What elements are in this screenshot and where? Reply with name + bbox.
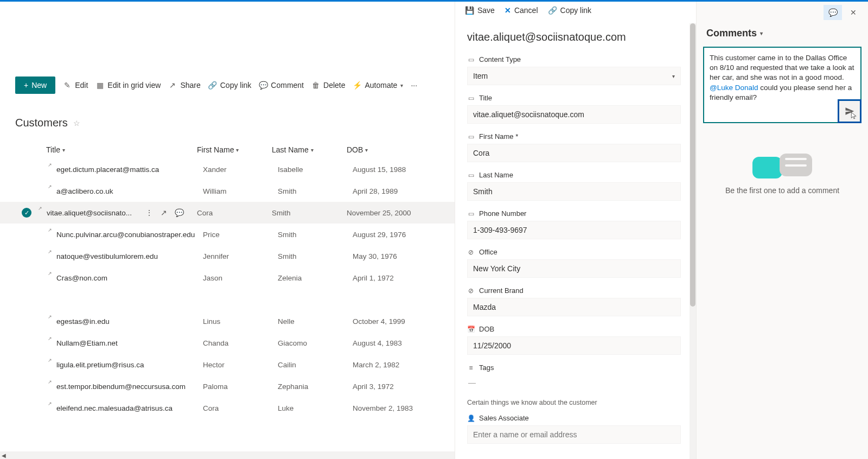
cell-title[interactable]: est.tempor.bibendum@neccursusa.com <box>52 382 203 391</box>
row-actions: ⋮↗💬 <box>145 208 184 217</box>
automate-button[interactable]: ⚡ Automate ▾ <box>353 81 403 90</box>
comment-input[interactable]: This customer came in to the Dallas Offi… <box>703 47 861 123</box>
panel-toolbar: 💾 Save ✕ Cancel 🔗 Copy link <box>455 2 696 19</box>
panel-copylink-label: Copy link <box>560 6 592 15</box>
cell-dob: August 15, 1988 <box>353 165 439 174</box>
cell-title[interactable]: eleifend.nec.malesuada@atrisus.ca <box>52 404 203 412</box>
copylink-label: Copy link <box>220 81 252 90</box>
table-row[interactable]: ✓Nunc.pulvinar.arcu@conubianostraper.edu… <box>0 224 455 245</box>
tags-value[interactable]: — <box>467 375 681 390</box>
table-row[interactable]: ✓eleifend.nec.malesuada@atrisus.caCoraLu… <box>0 397 455 419</box>
title-input[interactable] <box>467 105 681 124</box>
last-name-input[interactable] <box>467 182 681 201</box>
edit-button[interactable]: ✎ Edit <box>63 81 88 90</box>
column-first-label: First Name <box>197 145 234 154</box>
cursor-icon <box>850 111 858 120</box>
panel-copy-link-button[interactable]: 🔗 Copy link <box>548 6 592 15</box>
table-row[interactable]: ✓a@aclibero.co.ukWilliamSmithApril 28, 1… <box>0 180 455 202</box>
content-type-select[interactable]: Item ▾ <box>467 67 681 85</box>
brand-input[interactable] <box>467 298 681 316</box>
comment-icon: 💬 <box>259 81 267 90</box>
content-type-value: Item <box>473 72 488 80</box>
last-name-icon: ▭ <box>467 171 475 179</box>
ellipsis-icon[interactable]: ⋮ <box>145 208 153 217</box>
brand-label: Current Brand <box>479 286 524 295</box>
cell-last-name: Smith <box>278 252 353 260</box>
dob-label: DOB <box>479 325 494 333</box>
comment-button[interactable]: 💬 Comment <box>259 81 304 90</box>
column-header-dob[interactable]: DOB▾ <box>347 145 433 154</box>
column-title-label: Title <box>46 145 60 154</box>
cell-first-name: Hector <box>203 361 278 369</box>
scroll-left-icon[interactable]: ◀ <box>0 452 8 458</box>
sales-assoc-input[interactable] <box>467 425 681 444</box>
cell-dob: April 3, 1972 <box>353 382 439 391</box>
first-name-input[interactable] <box>467 144 681 162</box>
cell-title[interactable]: eget.dictum.placerat@mattis.ca <box>52 165 203 174</box>
save-icon: 💾 <box>465 6 474 15</box>
close-panel-button[interactable]: ✕ <box>844 5 863 20</box>
table-row[interactable]: ✓eget.dictum.placerat@mattis.caXanderIsa… <box>0 158 455 180</box>
table-row[interactable]: ✓egestas@in.eduLinusNelleOctober 4, 1999 <box>0 310 455 332</box>
section-label: Certain things we know about the custome… <box>467 399 681 406</box>
first-name-label: First Name * <box>479 132 518 141</box>
column-header-first-name[interactable]: First Name▾ <box>197 145 272 154</box>
edit-grid-button[interactable]: ▦ Edit in grid view <box>95 81 161 90</box>
share-icon[interactable]: ↗ <box>161 208 167 217</box>
send-comment-button[interactable] <box>838 99 861 123</box>
phone-input[interactable] <box>467 221 681 239</box>
comments-header[interactable]: Comments ▾ <box>697 23 868 47</box>
column-header-last-name[interactable]: Last Name▾ <box>272 145 347 154</box>
table-row[interactable]: ✓est.tempor.bibendum@neccursusa.comPalom… <box>0 375 455 397</box>
row-select-check[interactable]: ✓ <box>22 208 31 218</box>
horizontal-scrollbar[interactable]: ◀ <box>0 451 455 459</box>
panel-heading: vitae.aliquet@sociisnatoque.com <box>467 31 681 43</box>
cell-title[interactable]: a@aclibero.co.uk <box>52 187 203 195</box>
empty-comments-text: Be the first one to add a comment <box>697 186 868 195</box>
cell-title[interactable]: Cras@non.com <box>52 274 203 282</box>
table-row[interactable]: ✓Cras@non.comJasonZeleniaApril 1, 1972 <box>0 267 455 289</box>
office-input[interactable] <box>467 259 681 278</box>
share-button[interactable]: ↗ Share <box>168 81 200 90</box>
chevron-down-icon: ▾ <box>400 82 403 88</box>
grid-label: Edit in grid view <box>107 81 161 90</box>
copy-link-button[interactable]: 🔗 Copy link <box>208 81 252 90</box>
vertical-scrollbar[interactable] <box>690 23 696 459</box>
cell-last-name: Smith <box>278 187 353 195</box>
more-button[interactable]: ··· <box>411 81 417 90</box>
brand-icon: ⊘ <box>467 287 475 295</box>
comment-label: Comment <box>271 81 304 90</box>
cancel-button[interactable]: ✕ Cancel <box>505 6 538 15</box>
table-row[interactable]: ✓ligula.elit.pretium@risus.caHectorCaili… <box>0 354 455 375</box>
dob-input[interactable] <box>467 336 681 355</box>
cell-title[interactable]: natoque@vestibulumlorem.edu <box>52 252 203 260</box>
delete-label: Delete <box>323 81 345 90</box>
cell-title[interactable]: egestas@in.edu <box>52 317 203 326</box>
new-label: New <box>31 81 47 90</box>
cell-dob: May 30, 1976 <box>353 252 439 260</box>
cell-title[interactable]: Nullam@Etiam.net <box>52 339 203 347</box>
table-row[interactable]: ✓vitae.aliquet@sociisnato...⋮↗💬CoraSmith… <box>0 202 455 224</box>
cell-first-name: Price <box>203 231 278 239</box>
comment-icon[interactable]: 💬 <box>175 208 184 217</box>
new-button[interactable]: + New <box>15 76 55 94</box>
delete-button[interactable]: 🗑 Delete <box>311 81 345 90</box>
scrollbar-thumb[interactable] <box>690 23 695 307</box>
cell-last-name: Giacomo <box>278 339 353 347</box>
cell-title[interactable]: ligula.elit.pretium@risus.ca <box>52 361 203 369</box>
cell-dob: April 1, 1972 <box>353 274 439 282</box>
toggle-comments-button[interactable]: 💬 <box>824 5 842 20</box>
cell-title[interactable]: Nunc.pulvinar.arcu@conubianostraper.edu <box>52 231 203 239</box>
column-header-title[interactable]: Title▾ <box>46 145 197 154</box>
table-row[interactable]: ✓Nullam@Etiam.netChandaGiacomoAugust 4, … <box>0 332 455 354</box>
column-headers: Title▾ First Name▾ Last Name▾ DOB▾ <box>0 136 455 158</box>
chevron-down-icon: ▾ <box>672 73 675 79</box>
cell-title[interactable]: vitae.aliquet@sociisnato... <box>42 209 145 217</box>
detail-panel: 💾 Save ✕ Cancel 🔗 Copy link vitae.alique… <box>455 2 696 459</box>
save-button[interactable]: 💾 Save <box>465 6 495 15</box>
content-type-label: Content Type <box>479 55 521 63</box>
table-row[interactable]: ✓natoque@vestibulumlorem.eduJenniferSmit… <box>0 245 455 267</box>
chevron-down-icon: ▾ <box>365 147 368 153</box>
comment-mention[interactable]: @Luke Donald <box>710 84 758 92</box>
favorite-star-icon[interactable]: ☆ <box>73 119 80 127</box>
